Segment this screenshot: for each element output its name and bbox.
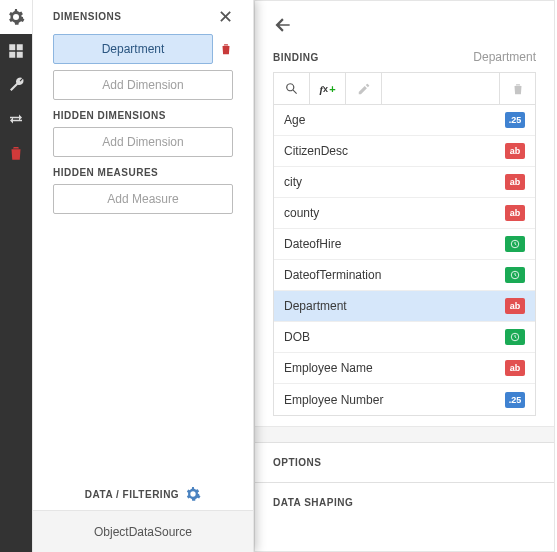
field-name: Age xyxy=(284,113,305,127)
field-name: county xyxy=(284,206,319,220)
field-item[interactable]: Employee Number.25 xyxy=(274,384,535,415)
layout-icon[interactable] xyxy=(0,34,32,68)
date-badge xyxy=(505,267,525,283)
binding-box: fx+ Age.25CitizenDescabcityabcountyabDat… xyxy=(273,72,536,416)
gear-icon[interactable] xyxy=(185,486,201,502)
field-name: CitizenDesc xyxy=(284,144,348,158)
field-item[interactable]: cityab xyxy=(274,167,535,198)
field-item[interactable]: Employee Nameab xyxy=(274,353,535,384)
options-section[interactable]: OPTIONS xyxy=(255,442,554,482)
text-badge: ab xyxy=(505,143,525,159)
datasource-button[interactable]: ObjectDataSource xyxy=(33,510,253,552)
dimensions-label: DIMENSIONS xyxy=(53,11,121,22)
left-panel: DIMENSIONS ✕ Department Add Dimension HI… xyxy=(32,0,254,552)
wrench-icon[interactable] xyxy=(0,68,32,102)
field-item[interactable]: DOB xyxy=(274,322,535,353)
delete-dimension-icon[interactable] xyxy=(213,34,233,64)
field-item[interactable]: CitizenDescab xyxy=(274,136,535,167)
field-name: Employee Name xyxy=(284,361,373,375)
field-name: DateofTermination xyxy=(284,268,381,282)
text-badge: ab xyxy=(505,298,525,314)
data-filtering-label: DATA / FILTERING xyxy=(85,489,179,500)
field-item[interactable]: DateofTermination xyxy=(274,260,535,291)
text-badge: ab xyxy=(505,360,525,376)
add-dimension-button[interactable]: Add Dimension xyxy=(53,70,233,100)
trash-icon xyxy=(499,73,535,104)
binding-label: BINDING xyxy=(273,52,319,63)
data-shaping-section[interactable]: DATA SHAPING xyxy=(255,482,554,522)
text-badge: ab xyxy=(505,205,525,221)
field-name: DOB xyxy=(284,330,310,344)
field-item[interactable]: countyab xyxy=(274,198,535,229)
close-icon[interactable]: ✕ xyxy=(218,8,233,26)
date-badge xyxy=(505,236,525,252)
field-name: DateofHire xyxy=(284,237,341,251)
search-icon[interactable] xyxy=(274,73,310,104)
binding-value: Department xyxy=(473,50,536,64)
add-measure-button[interactable]: Add Measure xyxy=(53,184,233,214)
add-calculated-field-button[interactable]: fx+ xyxy=(310,73,346,104)
right-panel: BINDING Department fx+ Age.25CitizenDesc… xyxy=(254,0,555,552)
number-badge: .25 xyxy=(505,112,525,128)
field-item[interactable]: Departmentab xyxy=(274,291,535,322)
hidden-measures-label: HIDDEN MEASURES xyxy=(53,167,233,178)
gear-button[interactable] xyxy=(0,0,32,34)
field-name: city xyxy=(284,175,302,189)
toolbar-sidebar xyxy=(0,0,32,552)
number-badge: .25 xyxy=(505,392,525,408)
back-button[interactable] xyxy=(273,15,293,38)
hidden-dimensions-label: HIDDEN DIMENSIONS xyxy=(53,110,233,121)
field-item[interactable]: DateofHire xyxy=(274,229,535,260)
text-badge: ab xyxy=(505,174,525,190)
field-name: Department xyxy=(284,299,347,313)
date-badge xyxy=(505,329,525,345)
binding-toolbar: fx+ xyxy=(274,73,535,105)
delete-icon[interactable] xyxy=(0,136,32,170)
options-label: OPTIONS xyxy=(273,457,536,468)
add-hidden-dimension-button[interactable]: Add Dimension xyxy=(53,127,233,157)
field-list: Age.25CitizenDescabcityabcountyabDateofH… xyxy=(274,105,535,415)
field-name: Employee Number xyxy=(284,393,383,407)
data-shaping-label: DATA SHAPING xyxy=(273,497,536,508)
field-item[interactable]: Age.25 xyxy=(274,105,535,136)
data-filtering-row: DATA / FILTERING xyxy=(33,474,253,506)
dimension-chip-department[interactable]: Department xyxy=(53,34,213,64)
edit-icon xyxy=(346,73,382,104)
swap-icon[interactable] xyxy=(0,102,32,136)
